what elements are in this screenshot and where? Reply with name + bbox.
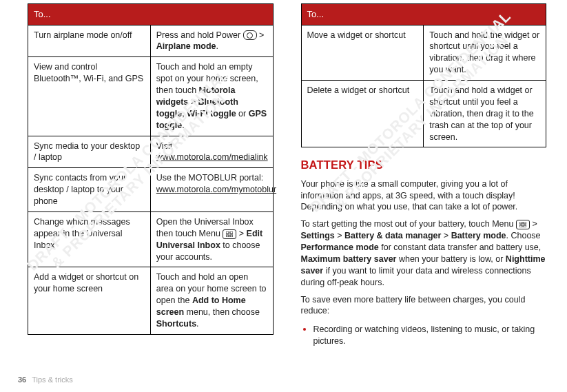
footer-section: Tips & tricks bbox=[32, 375, 73, 384]
svg-rect-0 bbox=[226, 231, 229, 234]
table-header: To... bbox=[301, 4, 546, 25]
body-text: Your phone is like a small computer, giv… bbox=[301, 178, 547, 214]
tips-table-right: To... Move a widget or shortcutTouch and… bbox=[301, 3, 547, 147]
right-column: To... Move a widget or shortcutTouch and… bbox=[301, 3, 547, 351]
table-row: Sync contacts from your desktop / laptop… bbox=[28, 168, 274, 212]
table-header: To... bbox=[28, 4, 274, 25]
table-row: View and control Bluetooth™, Wi-Fi, and … bbox=[28, 57, 274, 136]
section-heading: BATTERY TIPS bbox=[301, 157, 547, 172]
link: www.motorola.com/mymotoblur bbox=[156, 185, 276, 194]
table-row: Change which messages appear in the Univ… bbox=[28, 212, 274, 267]
menu-icon bbox=[516, 220, 530, 229]
table-row: Turn airplane mode on/off Press and hold… bbox=[28, 25, 274, 57]
table-row: Sync media to your desktop / laptop Visi… bbox=[28, 136, 274, 168]
svg-rect-2 bbox=[226, 235, 229, 237]
bullet-list: Recording or watching videos, listening … bbox=[301, 322, 547, 347]
power-icon bbox=[243, 30, 257, 40]
table-row: Move a widget or shortcutTouch and hold … bbox=[301, 25, 546, 81]
body-text: To start getting the most out of your ba… bbox=[301, 218, 547, 288]
tips-table-left: To... Turn airplane mode on/off Press an… bbox=[28, 3, 274, 335]
body-text: To save even more battery life between c… bbox=[301, 294, 547, 318]
list-item: Recording or watching videos, listening … bbox=[313, 322, 547, 347]
page-number: 36 bbox=[18, 375, 26, 384]
svg-rect-1 bbox=[230, 231, 233, 234]
svg-rect-3 bbox=[230, 235, 233, 237]
menu-icon bbox=[223, 229, 236, 239]
left-column: To... Turn airplane mode on/off Press an… bbox=[28, 3, 274, 351]
svg-rect-6 bbox=[519, 225, 522, 227]
table-row: Delete a widget or shortcutTouch and hol… bbox=[301, 81, 546, 147]
link: www.motorola.com/medialink bbox=[156, 152, 268, 162]
svg-rect-5 bbox=[524, 222, 526, 224]
svg-rect-4 bbox=[519, 222, 522, 224]
svg-rect-7 bbox=[524, 225, 526, 227]
table-row: Add a widget or shortcut on your home sc… bbox=[28, 267, 274, 334]
page-footer: 36Tips & tricks bbox=[18, 375, 73, 385]
